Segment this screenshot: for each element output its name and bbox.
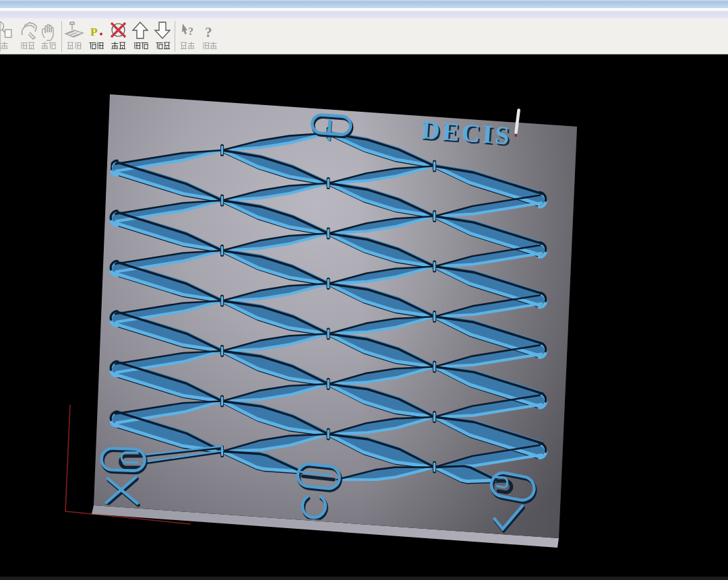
- svg-text:P: P: [90, 25, 98, 38]
- svg-text:?: ?: [188, 26, 193, 37]
- svg-text:?: ?: [205, 24, 212, 40]
